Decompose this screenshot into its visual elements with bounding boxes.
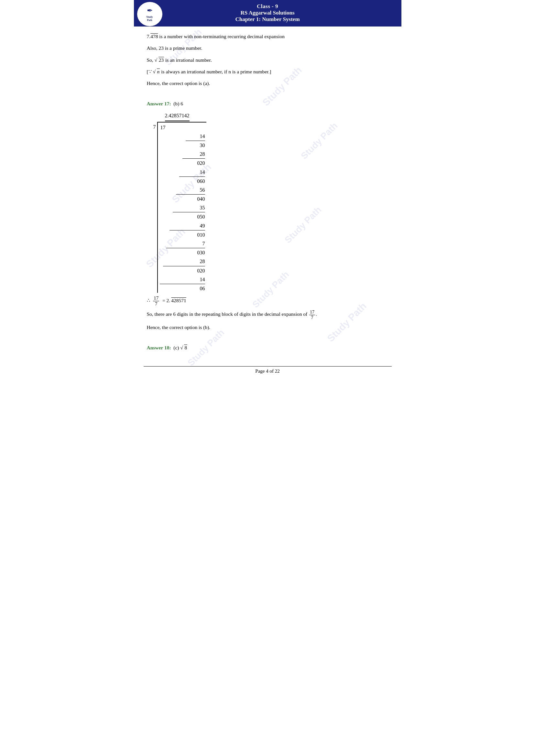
step-35: 35 <box>173 203 205 212</box>
step-56: 56 <box>176 185 205 195</box>
logo-circle: ✒ StudyPath <box>137 2 162 26</box>
hence-text: Hence, the correct option is (b). <box>147 323 388 332</box>
step-030: 030 <box>163 248 205 257</box>
header-subject: RS Aggarwal Solutions <box>134 10 401 16</box>
quotient-value: 2.42857142 <box>165 111 189 121</box>
conclusion-text: So, there are 6 digits in the repeating … <box>147 310 388 320</box>
conclusion-frac-num: 17 <box>309 310 315 315</box>
answer-17-value: (b) 6 <box>173 101 183 106</box>
logo: ✒ StudyPath <box>137 2 163 26</box>
sqrt-23: 23 <box>155 56 164 64</box>
step-010: 010 <box>166 230 205 239</box>
conclusion-frac-den: 7 <box>311 315 314 320</box>
statement-5: Hence, the correct option is (a). <box>147 79 388 88</box>
quotient-row: 2.42857142 <box>165 111 388 121</box>
answer-18-value: (c) 8 <box>173 345 187 350</box>
page-footer: Page 4 of 22 <box>144 366 392 374</box>
answer-17-header: Answer 17: (b) 6 <box>147 99 388 108</box>
fraction-denominator: 7 <box>154 301 158 307</box>
page-wrapper: ✒ StudyPath Class - 9 RS Aggarwal Soluti… <box>134 0 401 378</box>
step-14b: 14 <box>179 168 205 177</box>
dividend-area: 17 14 30 28 020 14 060 56 040 <box>157 122 206 293</box>
step-28: 28 <box>183 149 205 159</box>
step-7: 7 <box>166 239 205 248</box>
step-050: 050 <box>169 212 205 221</box>
step-020b: 020 <box>160 266 205 275</box>
result-line: ∴ 17 7 = 2. 428571 <box>147 295 388 307</box>
step-14: 14 <box>186 132 205 141</box>
division-body: 7 17 14 30 28 020 14 060 <box>153 122 388 293</box>
statement-3: So, 23 is an irrational number. <box>147 56 388 64</box>
result-fraction: 17 7 <box>153 295 159 307</box>
statement-4: [∵ n is always an irrational number, if … <box>147 68 388 76</box>
sqrt-n: n <box>153 68 160 76</box>
step-060: 060 <box>176 177 205 185</box>
content-area: 7.478 is a number with non-terminating r… <box>134 26 401 362</box>
logo-text: StudyPath <box>146 15 153 22</box>
step-14c: 14 <box>160 275 205 284</box>
header-chapter: Chapter 1: Number System <box>134 16 401 23</box>
step-49: 49 <box>169 221 205 230</box>
page-number: Page 4 of 22 <box>255 368 279 374</box>
overline-478: 478 <box>151 34 158 39</box>
header-class: Class - 9 <box>134 3 401 10</box>
logo-pen-icon: ✒ <box>147 7 153 15</box>
answer-17-label: Answer 17: <box>147 101 171 106</box>
step-17: 17 <box>160 123 205 132</box>
step-040: 040 <box>173 195 205 203</box>
statement-2: Also, 23 is a prime number. <box>147 44 388 52</box>
step-28b: 28 <box>163 257 205 266</box>
answer-18-label: Answer 18: <box>147 345 171 350</box>
step-30: 30 <box>183 141 205 149</box>
fraction-numerator: 17 <box>153 295 159 301</box>
overline-428571: 428571 <box>171 298 186 303</box>
statement-1: 7.478 is a number with non-terminating r… <box>147 32 388 41</box>
page-header: ✒ StudyPath Class - 9 RS Aggarwal Soluti… <box>134 0 401 26</box>
divisor: 7 <box>153 122 157 131</box>
step-020: 020 <box>179 159 205 167</box>
answer-18-header: Answer 18: (c) 8 <box>147 343 388 352</box>
step-06: 06 <box>160 284 205 293</box>
conclusion-fraction: 17 7 <box>309 310 315 320</box>
long-division: 2.42857142 7 17 14 30 28 020 14 <box>153 111 388 293</box>
